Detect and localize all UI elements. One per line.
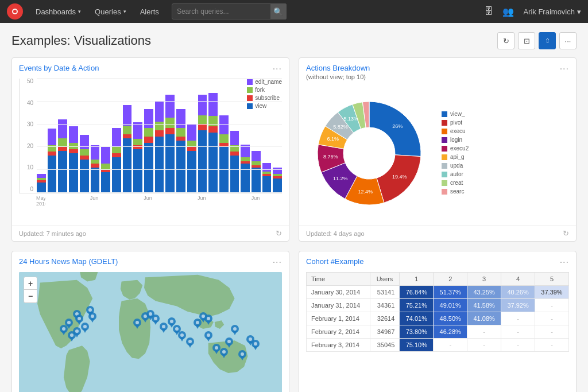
pie-legend-label: login [450,137,462,143]
page-header: Examples: Visualizations ↻ ⊡ ⇧ ··· [11,32,577,49]
bar-group [241,145,250,193]
bar-view [241,164,250,193]
bar-group [48,129,57,193]
bar-group [133,122,142,193]
x-axis-label [187,196,196,207]
bar-edit [198,95,207,115]
pie-legend-color [442,163,447,169]
bar-group [123,105,132,193]
bar-group [155,101,164,193]
cohort-time: January 31, 2014 [307,299,370,312]
cohort-time: February 3, 2014 [307,339,370,352]
bar-fork [155,122,164,130]
bar-fork [69,143,78,149]
bar-edit [37,174,46,178]
bar-subscribe [144,137,153,143]
cohort-cell: - [501,339,535,352]
bar-view [176,141,185,193]
pie-legend-color [442,129,447,134]
bar-edit [112,128,121,147]
database-icon[interactable]: 🗄 [484,6,493,17]
search-button[interactable]: 🔍 [270,3,287,20]
x-axis-label [176,196,185,207]
cohort-header: 3 [467,273,501,286]
bar-view [208,133,218,193]
user-menu[interactable]: Arik Fraimovich ▾ [523,7,581,16]
share-button[interactable]: ⇧ [539,32,556,49]
zoom-in-button[interactable]: + [24,277,37,290]
pie-label: 12.4% [358,188,373,194]
bar-view [133,149,142,193]
cohort-cell: 37.39% [535,286,569,299]
map-svg [19,272,282,392]
search-box: 🔍 [172,3,287,20]
cohort-cell: - [535,299,569,312]
bar-fork [101,164,110,170]
users-icon[interactable]: 👥 [502,6,514,17]
bar-view [155,137,164,193]
bar-group [273,168,282,193]
search-input[interactable] [172,3,287,20]
nav-alerts[interactable]: Alerts [134,0,165,23]
x-axis-label [208,196,218,207]
cohort-cell: 74.01% [400,312,434,325]
pie-legend-item: pivot [442,119,469,126]
pie-label: 5.13% [343,115,358,121]
layout-button[interactable]: ⊡ [518,32,535,49]
pie-label: 11.2% [333,176,348,181]
widget-actions-menu[interactable]: ··· [560,64,569,74]
pie-legend-label: creat [450,180,463,186]
pie-legend-item: upda [442,162,469,169]
refresh-button[interactable]: ↻ [497,32,514,49]
y-axis-label: 50 [20,79,33,84]
widget-events-menu[interactable]: ··· [273,64,282,74]
cohort-cell: - [501,325,535,339]
x-axis-label [79,196,88,207]
y-gridline [37,78,282,79]
more-button[interactable]: ··· [559,32,577,49]
bar-edit [208,93,218,116]
bar-fork [133,139,142,145]
events-refresh-icon[interactable]: ↻ [276,229,282,238]
x-axis-label [57,196,67,207]
bar-group [219,115,229,193]
bar-subscribe [187,147,196,151]
bar-fork [80,149,89,156]
widget-map: 24 Hours News Map (GDELT) ··· + − [11,251,289,392]
bar-edit [133,122,142,139]
actions-refresh-icon[interactable]: ↻ [563,229,569,238]
zoom-out-button[interactable]: − [24,290,37,302]
pie-legend-color [442,189,447,195]
pie-legend-label: autor [450,171,463,177]
cohort-cell: - [535,325,569,339]
x-axis-label [100,196,110,207]
pie-legend-item: api_g [442,154,469,160]
legend-color [247,95,253,101]
cohort-cell: 41.08% [467,312,501,325]
bar-group [165,95,175,193]
pie-legend-item: creat [442,180,469,186]
bar-fork [91,160,100,164]
nav-dashboards[interactable]: Dashboards ▾ [30,0,87,23]
cohort-cell: - [535,339,569,352]
widget-cohort: Cohort #Example ··· TimeUsers12345 Janua… [299,251,577,392]
bar-subscribe [80,156,89,160]
widget-cohort-menu[interactable]: ··· [560,257,569,267]
pie-label: 8.76% [323,154,338,160]
map-controls: + − [24,277,37,303]
widget-map-menu[interactable]: ··· [273,257,282,267]
pie-legend-color [442,180,447,186]
bar-edit [187,124,196,141]
pie-legend-item: autor [442,171,469,177]
bar-edit [58,119,67,138]
cohort-users: 34361 [370,299,400,312]
cohort-cell: 75.10% [400,339,434,352]
bar-fork [187,141,196,147]
nav-queries[interactable]: Queries ▾ [89,0,132,23]
bar-fork [123,126,132,134]
bar-edit [252,151,261,161]
widget-actions-footer: Updated: 4 days ago ↻ [299,225,576,241]
pie-label: 19.4% [392,174,407,180]
bar-view [187,151,196,193]
bar-group [262,163,272,193]
